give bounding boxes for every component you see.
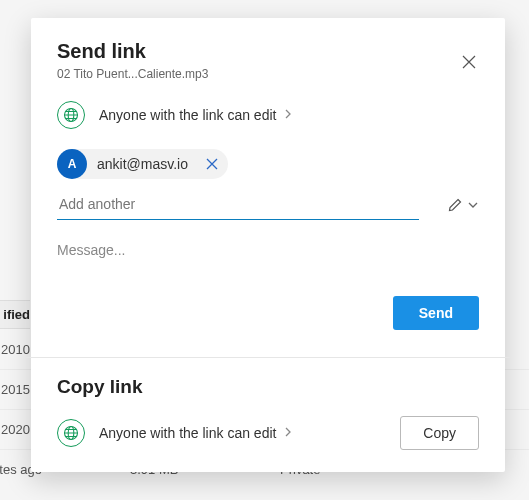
close-button[interactable] bbox=[453, 46, 485, 78]
bg-date: 2020 bbox=[0, 422, 30, 437]
send-link-dialog: Send link 02 Tito Puent...Caliente.mp3 A… bbox=[31, 18, 505, 472]
remove-recipient-button[interactable] bbox=[206, 158, 218, 170]
copy-link-permission-button[interactable]: Anyone with the link can edit bbox=[57, 419, 292, 447]
dialog-title: Send link bbox=[57, 40, 208, 63]
globe-icon bbox=[57, 101, 85, 129]
send-button[interactable]: Send bbox=[393, 296, 479, 330]
bg-date: 2015 bbox=[0, 382, 30, 397]
permission-text: Anyone with the link can edit bbox=[99, 107, 276, 123]
copy-link-title: Copy link bbox=[57, 376, 479, 398]
bg-column-header: ified bbox=[0, 300, 30, 329]
pencil-icon bbox=[447, 197, 463, 213]
avatar: A bbox=[57, 149, 87, 179]
permission-dropdown-button[interactable] bbox=[467, 200, 479, 210]
close-icon bbox=[206, 158, 218, 170]
recipient-email: ankit@masv.io bbox=[97, 156, 188, 172]
globe-icon bbox=[57, 419, 85, 447]
copy-permission-text: Anyone with the link can edit bbox=[99, 425, 276, 441]
chevron-right-icon bbox=[284, 108, 292, 122]
chevron-down-icon bbox=[467, 200, 479, 210]
bg-date: 2010 bbox=[0, 342, 30, 357]
chevron-right-icon bbox=[284, 426, 292, 440]
recipient-chip[interactable]: A ankit@masv.io bbox=[57, 149, 228, 179]
edit-permission-button[interactable] bbox=[447, 197, 463, 213]
link-permission-button[interactable]: Anyone with the link can edit bbox=[57, 101, 479, 129]
add-recipient-input[interactable] bbox=[57, 189, 419, 220]
copy-button[interactable]: Copy bbox=[400, 416, 479, 450]
filename-label: 02 Tito Puent...Caliente.mp3 bbox=[57, 67, 208, 81]
close-icon bbox=[462, 55, 476, 69]
message-input[interactable] bbox=[57, 242, 479, 290]
